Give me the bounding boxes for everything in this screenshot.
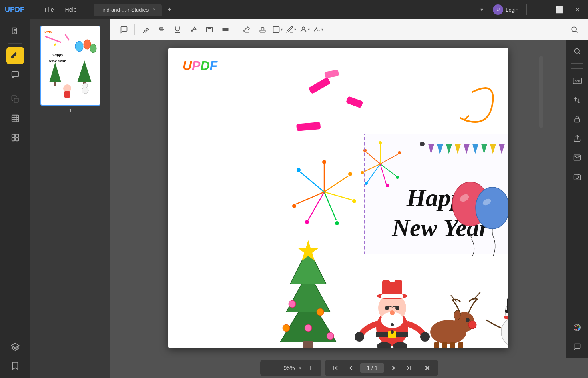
svg-rect-6	[12, 138, 14, 141]
tab-label: Find-and-...-r-Studies	[99, 7, 149, 13]
right-convert-button[interactable]	[569, 92, 585, 108]
new-tab-button[interactable]: +	[165, 5, 174, 15]
thumbnail-panel: UPDF Happy New Year	[30, 19, 110, 378]
svg-text:Happy: Happy	[51, 52, 63, 57]
svg-point-54	[297, 168, 301, 172]
right-divider-1	[571, 63, 583, 64]
svg-rect-32	[273, 26, 279, 32]
active-indicator	[6, 50, 8, 62]
vertical-scrollbar[interactable]	[539, 40, 543, 358]
svg-point-115	[420, 332, 430, 342]
menu-help[interactable]: Help	[61, 5, 81, 14]
tab-close-button[interactable]: ×	[152, 6, 156, 13]
svg-rect-31	[260, 30, 265, 32]
strikethrough-tool-button[interactable]	[154, 22, 169, 37]
sidebar-divider-1	[8, 43, 22, 44]
shape-tool-button[interactable]: ▾	[271, 24, 283, 35]
svg-line-43	[324, 192, 352, 200]
pen-tool-button[interactable]: ▾	[285, 24, 297, 35]
avatar-initials: U	[496, 7, 500, 12]
svg-point-111	[390, 310, 395, 315]
right-palette-button[interactable]	[569, 320, 585, 336]
minimize-button[interactable]: —	[535, 4, 548, 15]
active-tab[interactable]: Find-and-...-r-Studies ×	[94, 4, 162, 16]
svg-point-106	[389, 276, 395, 282]
sidebar-icon-bookmark[interactable]	[6, 357, 24, 375]
svg-point-161	[576, 176, 578, 179]
sidebar-icon-layers[interactable]	[6, 338, 24, 356]
right-chat-button[interactable]	[569, 339, 585, 355]
tab-dropdown-button[interactable]: ▾	[477, 5, 486, 14]
menu-file[interactable]: File	[41, 5, 58, 14]
sidebar-icon-highlight[interactable]	[6, 47, 24, 64]
svg-point-121	[466, 318, 470, 322]
svg-point-52	[305, 220, 309, 224]
shape-dropdown-arrow: ▾	[281, 27, 283, 32]
zoom-level-display[interactable]: 95% ▾	[280, 365, 301, 371]
sidebar-icon-pages[interactable]	[6, 22, 24, 40]
svg-point-51	[335, 221, 339, 225]
title-divider-2	[87, 4, 87, 15]
svg-rect-36	[308, 77, 331, 94]
next-page-button[interactable]	[387, 362, 399, 374]
svg-point-88	[476, 187, 508, 229]
login-label: Login	[506, 7, 518, 13]
erase-tool-button[interactable]	[239, 22, 254, 37]
highlight-tool-button[interactable]	[138, 22, 153, 37]
right-search-icon[interactable]	[569, 43, 585, 59]
right-email-button[interactable]	[569, 150, 585, 166]
thumbnail-page-1[interactable]: UPDF Happy New Year	[40, 26, 100, 114]
user-dropdown-arrow: ▾	[308, 27, 310, 32]
zoom-out-button[interactable]: −	[265, 362, 277, 374]
svg-point-25	[83, 83, 88, 88]
first-page-button[interactable]	[330, 362, 342, 374]
signature-button[interactable]: ▾	[312, 24, 324, 35]
svg-line-42	[324, 176, 348, 192]
textbox-tool-button[interactable]	[202, 22, 217, 37]
window-controls: U Login — ⬜ ✕	[493, 4, 583, 15]
svg-point-53	[292, 204, 296, 208]
prev-page-button[interactable]	[345, 362, 357, 374]
user-login-button[interactable]: U Login	[493, 4, 518, 15]
svg-point-48	[322, 160, 326, 164]
svg-point-120	[468, 321, 476, 329]
right-ocr-button[interactable]: OCR	[569, 73, 585, 89]
last-page-button[interactable]	[403, 362, 415, 374]
stamp-tool-button[interactable]	[255, 22, 270, 37]
search-button[interactable]	[567, 22, 582, 37]
canvas-area[interactable]: UPDF	[110, 40, 566, 358]
right-share-button[interactable]	[569, 130, 585, 146]
svg-rect-126	[458, 342, 463, 348]
svg-rect-5	[15, 134, 18, 137]
user-sign-button[interactable]: ▾	[299, 24, 311, 35]
pen-dropdown-arrow: ▾	[294, 27, 296, 32]
svg-point-166	[578, 328, 580, 330]
svg-point-131	[501, 317, 508, 347]
underline-tool-button[interactable]	[170, 22, 185, 37]
right-snapshot-button[interactable]	[569, 169, 585, 185]
svg-point-97	[305, 324, 312, 332]
thumbnail-image-1: UPDF Happy New Year	[40, 26, 100, 106]
maximize-button[interactable]: ⬜	[552, 4, 567, 15]
right-divider-2	[571, 68, 583, 69]
sidebar-icon-copy2[interactable]	[6, 110, 24, 127]
zoom-level-label: 95%	[280, 365, 298, 371]
right-sidebar: OCR	[566, 40, 588, 358]
text-color-tool-button[interactable]	[186, 22, 201, 37]
svg-point-165	[578, 326, 580, 328]
comment-tool-button[interactable]	[117, 22, 131, 37]
close-find-button[interactable]	[421, 362, 433, 374]
redact-tool-button[interactable]: T	[218, 22, 233, 37]
sidebar-icon-comment[interactable]	[6, 66, 24, 84]
zoom-in-button[interactable]: +	[305, 362, 317, 374]
svg-point-14	[84, 40, 91, 49]
svg-rect-17	[54, 82, 56, 86]
close-button[interactable]: ✕	[572, 4, 583, 15]
svg-point-99	[327, 332, 334, 340]
title-divider-1	[34, 4, 34, 15]
sidebar-icon-copy[interactable]	[6, 90, 24, 108]
sidebar-icon-sticker[interactable]	[6, 129, 24, 146]
right-protect-button[interactable]	[569, 111, 585, 127]
bottom-divider-2	[418, 364, 418, 372]
svg-text:UPDF: UPDF	[183, 58, 218, 73]
